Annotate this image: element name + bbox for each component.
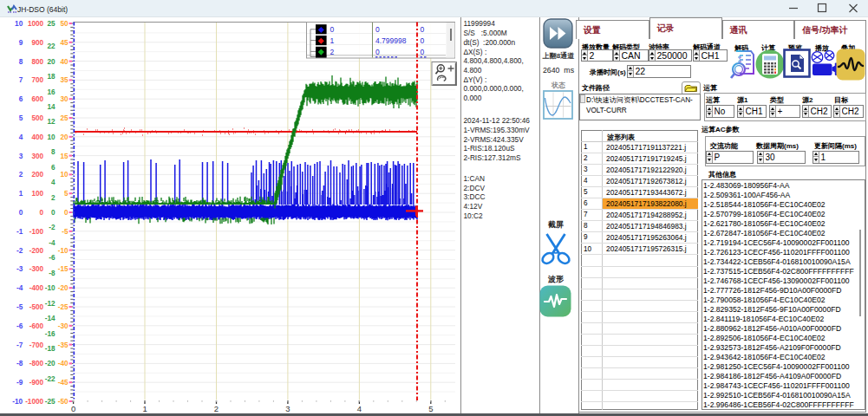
svg-text:-20: -20 (58, 284, 69, 292)
svg-text:-25: -25 (45, 398, 55, 406)
svg-text:-600: -600 (29, 322, 44, 330)
svg-text:-30: -30 (58, 322, 69, 330)
svg-text:0: 0 (375, 48, 380, 56)
svg-text:800: 800 (31, 58, 43, 66)
svg-text:10: 10 (60, 171, 69, 179)
svg-text:-8: -8 (16, 360, 23, 367)
svg-text:0: 0 (421, 25, 425, 34)
svg-text:100: 100 (31, 190, 43, 198)
svg-text:5: 5 (428, 404, 433, 413)
svg-text:-10: -10 (45, 284, 55, 292)
svg-text:4: 4 (19, 133, 23, 141)
svg-text:-5: -5 (62, 228, 69, 236)
svg-text:300: 300 (31, 153, 43, 160)
svg-text:2: 2 (214, 404, 219, 413)
svg-text:0: 0 (421, 36, 425, 45)
svg-text:-10: -10 (58, 247, 69, 255)
svg-text:-9: -9 (16, 379, 23, 387)
svg-text:-200: -200 (29, 247, 44, 255)
svg-text:700: 700 (31, 76, 43, 84)
svg-text:35: 35 (60, 76, 69, 84)
svg-text:-22: -22 (45, 375, 55, 383)
svg-text:1: 1 (19, 190, 23, 198)
svg-text:600: 600 (31, 95, 43, 103)
svg-text:0: 0 (375, 25, 380, 34)
svg-text:-800: -800 (29, 360, 44, 367)
svg-text:0: 0 (330, 25, 335, 34)
svg-text:25: 25 (60, 114, 69, 122)
svg-text:8: 8 (19, 58, 23, 66)
svg-text:0: 0 (19, 209, 23, 217)
svg-text:4: 4 (357, 404, 362, 413)
svg-text:20: 20 (60, 133, 69, 141)
svg-text:-700: -700 (29, 341, 44, 349)
svg-text:1: 1 (330, 36, 335, 45)
svg-text:8: 8 (51, 148, 55, 156)
svg-text:-20: -20 (45, 360, 55, 367)
svg-text:25: 25 (47, 20, 55, 28)
svg-text:4: 4 (51, 179, 55, 186)
svg-text:-35: -35 (58, 341, 69, 349)
svg-text:12: 12 (47, 118, 55, 126)
svg-text:-45: -45 (58, 379, 69, 387)
svg-text:3: 3 (285, 404, 290, 413)
svg-text:500: 500 (31, 114, 43, 122)
svg-text:0: 0 (40, 209, 44, 217)
svg-text:10: 10 (47, 133, 55, 141)
svg-text:-5: -5 (16, 303, 23, 311)
svg-text:-14: -14 (45, 315, 55, 322)
svg-text:-16: -16 (45, 330, 55, 338)
svg-text:-50: -50 (58, 398, 69, 406)
svg-text:18: 18 (47, 73, 55, 81)
svg-text:-10: -10 (12, 398, 23, 406)
svg-text:-25: -25 (58, 303, 69, 311)
svg-text:50: 50 (60, 20, 69, 28)
svg-text:2: 2 (51, 194, 55, 202)
svg-text:-1000: -1000 (25, 398, 43, 406)
svg-text:-6: -6 (16, 322, 23, 330)
svg-text:-300: -300 (29, 265, 44, 273)
svg-text:2: 2 (19, 171, 23, 179)
svg-text:900: 900 (31, 39, 43, 47)
svg-text:0: 0 (421, 48, 425, 56)
svg-text:15: 15 (60, 153, 69, 160)
svg-text:-8: -8 (49, 270, 55, 277)
svg-text:-400: -400 (29, 284, 44, 292)
svg-text:-6: -6 (49, 254, 55, 262)
svg-text:16: 16 (47, 88, 55, 96)
svg-text:-40: -40 (58, 360, 69, 367)
svg-text:0: 0 (51, 209, 55, 217)
svg-text:1000: 1000 (28, 20, 44, 28)
svg-text:6: 6 (19, 95, 23, 103)
svg-text:45: 45 (60, 39, 69, 47)
svg-text:30: 30 (60, 95, 69, 103)
svg-text:-500: -500 (29, 303, 44, 311)
svg-text:2: 2 (330, 48, 335, 56)
svg-text:14: 14 (47, 103, 55, 111)
svg-text:-2: -2 (16, 247, 23, 255)
svg-text:200: 200 (31, 171, 43, 179)
svg-text:-12: -12 (45, 300, 55, 308)
svg-text:-2: -2 (49, 224, 55, 231)
svg-text:20: 20 (47, 58, 55, 66)
svg-text:5: 5 (64, 190, 69, 198)
svg-text:-4: -4 (49, 239, 55, 247)
svg-text:22: 22 (47, 42, 55, 50)
svg-text:5: 5 (19, 114, 23, 122)
svg-text:-7: -7 (16, 341, 23, 349)
svg-text:1: 1 (142, 404, 147, 413)
svg-text:-900: -900 (29, 379, 44, 387)
svg-text:-3: -3 (16, 265, 23, 273)
svg-text:-4: -4 (16, 284, 23, 292)
svg-text:6: 6 (51, 164, 55, 172)
svg-text:0: 0 (71, 404, 75, 413)
svg-text:4.799998: 4.799998 (375, 36, 407, 45)
svg-text:0: 0 (64, 209, 69, 217)
svg-text:-18: -18 (45, 345, 55, 353)
svg-text:40: 40 (60, 58, 69, 66)
svg-text:9: 9 (19, 39, 23, 47)
svg-text:-15: -15 (58, 265, 69, 273)
svg-text:7: 7 (19, 76, 23, 84)
svg-text:3: 3 (19, 153, 23, 160)
svg-text:400: 400 (31, 133, 43, 141)
